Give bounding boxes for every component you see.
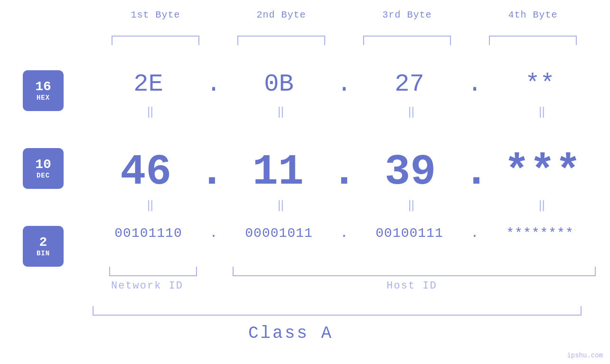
dec-byte1: 46 <box>93 148 199 196</box>
bin-badge-label: BIN <box>37 250 50 257</box>
dec-badge-label: DEC <box>37 172 50 179</box>
host-bracket-container <box>233 267 596 276</box>
bin-values: 00101110 . 00001011 . 00100111 . *******… <box>93 226 596 241</box>
hex-values: 2E . 0B . 27 . ** <box>93 70 596 98</box>
dec-equals: || || || || <box>93 199 596 212</box>
network-id-label: Network ID <box>93 280 202 292</box>
bin-dot1: . <box>204 226 223 241</box>
hex-badge: 16 HEX <box>23 70 64 111</box>
bin-byte4: ******** <box>484 226 596 241</box>
col-header-3: 3rd Byte <box>344 9 470 20</box>
bracket-top-4 <box>489 36 577 45</box>
network-id-label-container: Network ID <box>93 280 202 292</box>
hex-byte3: 27 <box>354 70 465 98</box>
bottom-brackets <box>93 267 596 276</box>
bin-badge-number: 2 <box>39 235 47 250</box>
bracket-top-1 <box>112 36 199 45</box>
hex-byte4: ** <box>484 70 596 98</box>
hex-dot1: . <box>204 70 223 98</box>
dec-eq4: || <box>484 199 596 212</box>
main-container: 16 HEX 10 DEC 2 BIN 1st Byte 2nd Byte 3r… <box>0 0 610 364</box>
bottom-large-bracket <box>93 306 582 316</box>
dec-values: 46 . 11 . 39 . *** <box>93 148 596 196</box>
bracket-top-3 <box>363 36 451 45</box>
hex-badge-label: HEX <box>37 94 50 102</box>
dec-badge: 10 DEC <box>23 148 64 189</box>
col-header-1: 1st Byte <box>93 9 218 20</box>
dec-eq2: || <box>223 199 335 212</box>
class-label: Class A <box>0 324 582 343</box>
dec-badge-number: 10 <box>35 158 51 172</box>
dec-byte3: 39 <box>357 148 463 196</box>
hex-dot2: . <box>335 70 354 98</box>
dec-dot1: . <box>199 148 225 196</box>
hex-equals: || || || || <box>93 106 596 119</box>
hex-byte2: 0B <box>223 70 335 98</box>
bracket-top-2 <box>237 36 325 45</box>
bin-dot2: . <box>335 226 354 241</box>
hex-eq3: || <box>354 106 465 119</box>
dec-byte4: *** <box>489 148 596 196</box>
hex-eq4: || <box>484 106 596 119</box>
dec-dot3: . <box>463 148 489 196</box>
host-id-label: Host ID <box>228 280 596 292</box>
top-brackets <box>93 36 596 45</box>
dec-eq3: || <box>354 199 465 212</box>
column-headers: 1st Byte 2nd Byte 3rd Byte 4th Byte <box>93 9 596 20</box>
hex-byte1: 2E <box>93 70 204 98</box>
bin-byte1: 00101110 <box>93 226 204 241</box>
bracket-seg-2 <box>218 36 344 45</box>
bracket-seg-3 <box>344 36 470 45</box>
dec-eq1: || <box>93 199 204 212</box>
dec-byte2: 11 <box>225 148 331 196</box>
network-bracket <box>109 267 197 276</box>
col-header-4: 4th Byte <box>470 9 596 20</box>
hex-eq2: || <box>223 106 335 119</box>
dec-dot2: . <box>331 148 357 196</box>
bracket-seg-4 <box>470 36 596 45</box>
watermark: ipshu.com <box>567 352 603 359</box>
hex-dot3: . <box>465 70 484 98</box>
hex-eq1: || <box>93 106 204 119</box>
bin-badge: 2 BIN <box>23 226 64 267</box>
bin-byte3: 00100111 <box>354 226 465 241</box>
bin-dot3: . <box>465 226 484 241</box>
col-header-2: 2nd Byte <box>218 9 344 20</box>
hex-badge-number: 16 <box>35 80 51 94</box>
host-bracket <box>233 267 596 276</box>
bin-byte2: 00001011 <box>223 226 335 241</box>
network-bracket-container <box>93 267 214 276</box>
bracket-seg-1 <box>93 36 218 45</box>
